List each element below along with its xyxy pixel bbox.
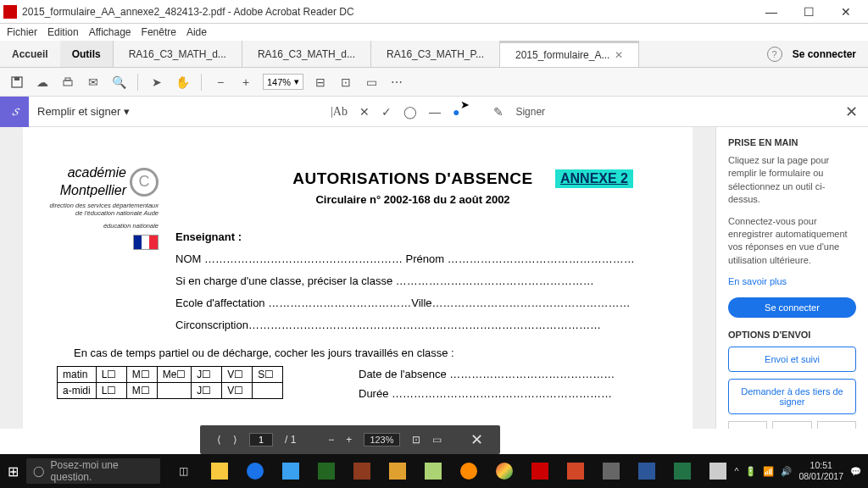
minimize-button[interactable]: — xyxy=(753,0,790,24)
send-track-button[interactable]: Envoi et suivi xyxy=(728,347,856,372)
learn-more-link[interactable]: En savoir plus xyxy=(728,275,856,288)
start-button[interactable]: ⊞ xyxy=(0,463,26,480)
pdf-file-icon xyxy=(3,5,17,19)
home-tab[interactable]: Accueil xyxy=(0,41,60,67)
task-view-icon[interactable]: ◫ xyxy=(167,454,201,488)
prev-page-icon[interactable]: ⟨ xyxy=(217,434,221,446)
document-viewport[interactable]: académie Montpellier C direction des ser… xyxy=(0,127,715,429)
zoom-out-bottom[interactable]: − xyxy=(328,434,334,446)
tb-explorer[interactable] xyxy=(203,454,236,488)
sign-button[interactable]: Signer xyxy=(515,106,545,118)
side-heading-1: PRISE EN MAIN xyxy=(728,137,856,147)
fit-page-icon[interactable]: ⊡ xyxy=(337,74,354,91)
email-icon[interactable]: ✉ xyxy=(85,74,102,91)
document-tab-1[interactable]: RA16_C3_MATH_d... xyxy=(242,41,371,67)
tb-app4[interactable] xyxy=(416,454,450,488)
windows-taskbar: ⊞ ◯ Posez-moi une question. ◫ ^ 🔋 📶 🔊 10… xyxy=(0,454,868,488)
tray-notifications-icon[interactable]: 💬 xyxy=(850,466,861,477)
search-icon[interactable]: 🔍 xyxy=(110,74,127,91)
fill-sign-toolbar: 𝓢 Remplir et signer▾ |Ab ✕ ✓ ◯ — ● ✎ Sig… xyxy=(0,97,868,127)
enseignant-label: Enseignant : xyxy=(175,226,659,248)
menu-fichier[interactable]: Fichier xyxy=(7,26,37,38)
close-window-button[interactable]: ✕ xyxy=(827,0,865,24)
classe-field: Si en charge d'une classe, préciser la c… xyxy=(175,270,659,292)
maximize-button[interactable]: ☐ xyxy=(790,0,827,24)
zoom-bottom-input[interactable]: 123% xyxy=(364,433,399,446)
dot-tool[interactable]: ● xyxy=(453,105,459,119)
help-icon[interactable]: ? xyxy=(767,47,782,62)
annexe-badge: ANNEXE 2 xyxy=(555,169,633,188)
control-stop[interactable]: ■ xyxy=(728,421,767,429)
tb-firefox[interactable] xyxy=(452,454,486,488)
fill-sign-title[interactable]: Remplir et signer▾ xyxy=(29,105,138,118)
side-signin-button[interactable]: Se connecter xyxy=(728,297,856,318)
pdf-page: académie Montpellier C direction des ser… xyxy=(23,127,693,429)
page-total: / 1 xyxy=(285,434,296,446)
close-fill-sign-icon[interactable]: ✕ xyxy=(845,103,858,121)
taskbar-search[interactable]: ◯ Posez-moi une question. xyxy=(26,458,160,484)
tb-excel[interactable] xyxy=(665,454,699,488)
tray-battery-icon[interactable]: 🔋 xyxy=(745,466,756,477)
save-icon[interactable] xyxy=(8,74,25,91)
tb-edge[interactable] xyxy=(238,454,272,488)
circonscription-field: Circonscription…………………………………………………………………… xyxy=(175,314,659,336)
tb-app3[interactable] xyxy=(381,454,415,488)
zoom-out-icon[interactable]: − xyxy=(212,74,229,91)
tray-wifi-icon[interactable]: 📶 xyxy=(763,466,774,477)
signature-icon[interactable]: ✎ xyxy=(493,105,504,119)
tray-volume-icon[interactable]: 🔊 xyxy=(781,466,792,477)
control-menu[interactable]: MENU xyxy=(817,421,856,429)
check-tool[interactable]: ✓ xyxy=(381,105,392,119)
menu-aide[interactable]: Aide xyxy=(186,26,207,38)
main-toolbar: ☁ ✉ 🔍 ➤ ✋ − + 147% ▾ ⊟ ⊡ ▭ ⋯ xyxy=(0,68,868,97)
pointer-icon[interactable]: ➤ xyxy=(148,74,165,91)
tb-app1[interactable] xyxy=(309,454,343,488)
tb-acrobat[interactable] xyxy=(523,454,557,488)
fit-icon-bottom[interactable]: ⊡ xyxy=(412,434,420,446)
read-mode-icon[interactable]: ▭ xyxy=(363,74,380,91)
cloud-icon[interactable]: ☁ xyxy=(34,74,51,91)
zoom-in-bottom[interactable]: + xyxy=(346,434,352,446)
print-icon[interactable] xyxy=(59,74,76,91)
nom-field: NOM ……………………………………………… xyxy=(175,252,403,265)
fit-width-icon[interactable]: ⊟ xyxy=(312,74,329,91)
close-tab-icon[interactable]: ✕ xyxy=(615,49,623,61)
tray-up-icon[interactable]: ^ xyxy=(735,466,739,476)
tb-app5[interactable] xyxy=(594,454,628,488)
academie-logo-block: académie Montpellier C direction des ser… xyxy=(48,164,159,252)
line-tool[interactable]: — xyxy=(429,105,441,119)
hand-icon[interactable]: ✋ xyxy=(174,74,191,91)
menu-fenetre[interactable]: Fenêtre xyxy=(142,26,176,38)
tb-app2[interactable] xyxy=(345,454,379,488)
zoom-level-input[interactable]: 147% ▾ xyxy=(263,74,303,90)
tb-chrome[interactable] xyxy=(487,454,521,488)
request-sign-button[interactable]: Demander à des tiers de signer xyxy=(728,379,856,414)
ecole-field: Ecole d'affectation ………………………………… xyxy=(175,297,411,309)
text-tool[interactable]: |Ab xyxy=(331,105,348,119)
tb-store[interactable] xyxy=(274,454,308,488)
x-mark-tool[interactable]: ✕ xyxy=(359,105,370,119)
sign-in-button[interactable]: Se connecter xyxy=(793,48,856,60)
circle-tool[interactable]: ◯ xyxy=(403,105,417,119)
next-page-icon[interactable]: ⟩ xyxy=(233,434,237,446)
academie-label: académie xyxy=(60,164,126,182)
taskbar-clock[interactable]: 10:51 08/01/2017 xyxy=(798,460,843,481)
tb-powerpoint[interactable] xyxy=(559,454,593,488)
close-navbar-icon[interactable]: ✕ xyxy=(470,430,483,449)
france-flag-icon xyxy=(133,235,159,250)
page-navigation-bar: ⟨ ⟩ 1 / 1 − + 123% ⊡ ▭ ✕ xyxy=(200,425,500,454)
document-tab-0[interactable]: RA16_C3_MATH_d... xyxy=(114,41,242,67)
document-tab-2[interactable]: RA16_C3_MATH_P... xyxy=(371,41,500,67)
control-pause[interactable]: ▮▮ xyxy=(772,421,811,429)
zoom-in-icon[interactable]: + xyxy=(237,74,254,91)
menu-affichage[interactable]: Affichage xyxy=(89,26,131,38)
tools-tab[interactable]: Outils xyxy=(60,41,114,67)
page-number-input[interactable]: 1 xyxy=(249,433,273,446)
tb-app6[interactable] xyxy=(701,454,735,488)
window-titlebar: 2015_formulaire_AA_annexe2_482413-2.pdf … xyxy=(0,0,868,24)
document-tab-3[interactable]: 2015_formulaire_A...✕ xyxy=(500,41,639,67)
read-icon-bottom[interactable]: ▭ xyxy=(432,434,442,446)
tb-word[interactable] xyxy=(630,454,664,488)
more-icon[interactable]: ⋯ xyxy=(388,74,405,91)
menu-edition[interactable]: Edition xyxy=(47,26,79,38)
